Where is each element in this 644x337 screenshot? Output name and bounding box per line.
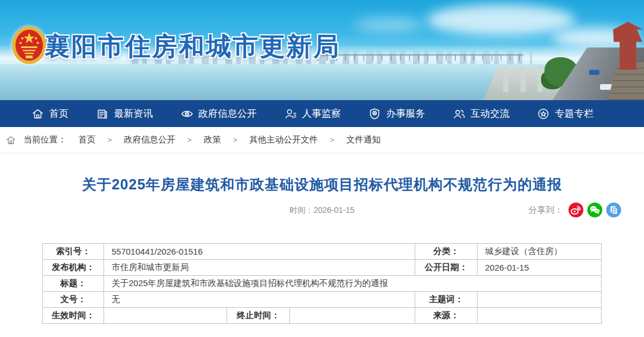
national-emblem-logo[interactable] <box>11 26 47 66</box>
nav-item-services[interactable]: 办事服务 <box>368 107 425 120</box>
table-row: 发布机构： 市住房和城市更新局 公开日期： 2026-01-15 <box>42 260 601 276</box>
nav-item-label: 专题专栏 <box>555 107 594 120</box>
time-label: 时间： <box>289 205 313 215</box>
nav-item-news[interactable]: 最新资讯 <box>96 107 153 120</box>
expiry-date-label: 终止时间： <box>226 308 289 324</box>
breadcrumb-item-gov-info[interactable]: 政府信息公开 <box>124 134 176 145</box>
issuing-org-label: 发布机构： <box>42 260 104 276</box>
source-value <box>478 308 602 324</box>
main-nav: 首页 最新资讯 政府信息公开 人事监察 办事服务 互动交流 专题专栏 <box>0 100 644 127</box>
nav-item-personnel[interactable]: 人事监察 <box>284 107 341 120</box>
index-number-value: 557010441/2026-01516 <box>104 244 415 260</box>
nav-item-home[interactable]: 首页 <box>31 107 69 120</box>
share-weibo-button[interactable] <box>569 203 583 217</box>
doc-number-value: 无 <box>104 292 415 308</box>
home-icon <box>6 135 16 145</box>
category-label: 分类： <box>415 244 478 260</box>
people-chat-icon <box>453 108 466 120</box>
table-row: 标题： 关于2025年房屋建筑和市政基础设施项目招标代理机构不规范行为的通报 <box>42 276 601 292</box>
share-wechat-button[interactable] <box>587 203 602 217</box>
nav-item-label: 最新资讯 <box>114 107 153 120</box>
breadcrumb-separator: > <box>108 136 112 144</box>
share-copy-button[interactable] <box>606 203 621 217</box>
breadcrumb-separator: > <box>233 136 237 144</box>
eye-icon <box>181 108 193 120</box>
table-row: 索引号： 557010441/2026-01516 分类： 城乡建设（含住房） <box>42 244 601 260</box>
nav-item-interaction[interactable]: 互动交流 <box>453 107 510 120</box>
person-icon <box>284 108 297 120</box>
source-label: 来源： <box>415 308 478 324</box>
document-meta-table: 索引号： 557010441/2026-01516 分类： 城乡建设（含住房） … <box>42 243 602 324</box>
effective-date-label: 生效时间： <box>42 308 104 324</box>
banner-cloud <box>355 17 423 32</box>
nav-item-gov-info[interactable]: 政府信息公开 <box>181 107 257 120</box>
banner-cloud <box>427 5 575 35</box>
nav-item-label: 首页 <box>49 107 69 120</box>
nav-item-label: 互动交流 <box>471 107 510 120</box>
site-banner: 襄阳市住房和城市更新局 <box>0 0 644 100</box>
breadcrumb-item-home[interactable]: 首页 <box>78 134 96 145</box>
time-value: 2026-01-15 <box>313 205 355 215</box>
banner-river-bridge <box>317 54 523 61</box>
publish-date-label: 公开日期： <box>415 260 478 276</box>
news-icon <box>96 108 109 120</box>
category-value: 城乡建设（含住房） <box>478 244 602 260</box>
keywords-value <box>478 292 602 308</box>
nav-item-label: 人事监察 <box>302 107 341 120</box>
nav-item-label: 办事服务 <box>386 107 425 120</box>
star-circle-icon <box>537 108 550 120</box>
share-label: 分享到： <box>528 205 563 216</box>
breadcrumb-separator: > <box>188 136 192 144</box>
breadcrumb-separator: > <box>330 136 335 144</box>
nav-item-special-columns[interactable]: 专题专栏 <box>537 107 594 120</box>
publish-date-value: 2026-01-15 <box>478 260 602 276</box>
doc-number-label: 文号： <box>42 292 104 308</box>
shield-icon <box>368 108 381 120</box>
nav-item-label: 政府信息公开 <box>198 107 257 120</box>
breadcrumb-prefix: 当前位置： <box>23 134 66 145</box>
article-meta-row: 时间：2026-01-15 分享到： <box>0 202 644 218</box>
breadcrumb-item-file-notice[interactable]: 文件通知 <box>346 134 380 145</box>
index-number-label: 索引号： <box>42 244 104 260</box>
breadcrumb-item-policy[interactable]: 政策 <box>204 134 221 145</box>
article-title: 关于2025年房屋建筑和市政基础设施项目招标代理机构不规范行为的通报 <box>0 175 644 194</box>
banner-car <box>589 70 599 75</box>
table-row: 文号： 无 主题词： <box>42 292 601 308</box>
doc-title-label: 标题： <box>42 276 104 292</box>
issuing-org-value: 市住房和城市更新局 <box>104 260 415 276</box>
expiry-date-value <box>289 308 415 324</box>
home-icon <box>31 108 44 120</box>
doc-title-value: 关于2025年房屋建筑和市政基础设施项目招标代理机构不规范行为的通报 <box>104 276 601 292</box>
breadcrumb-item-other-public-files[interactable]: 其他主动公开文件 <box>249 134 318 145</box>
keywords-label: 主题词： <box>415 292 478 308</box>
table-row: 生效时间： 终止时间： 来源： <box>42 308 601 324</box>
effective-date-value <box>104 308 226 324</box>
share-bar: 分享到： <box>528 203 621 217</box>
site-title[interactable]: 襄阳市住房和城市更新局 <box>45 30 340 64</box>
breadcrumb: 当前位置： 首页 > 政府信息公开 > 政策 > 其他主动公开文件 > 文件通知 <box>0 127 644 153</box>
